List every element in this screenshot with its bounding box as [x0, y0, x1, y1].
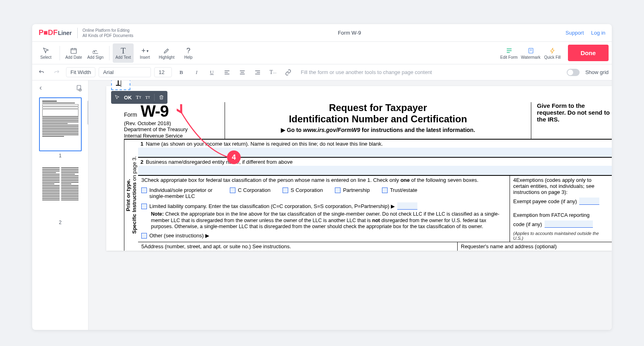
insert-tool[interactable]: +▾Insert: [134, 43, 155, 63]
context-cursor-icon[interactable]: [114, 95, 120, 100]
form-header: Form W-9 (Rev. October 2018) Department …: [124, 102, 612, 140]
document-title: Form W-9: [133, 30, 566, 36]
page-settings-icon[interactable]: [75, 84, 83, 93]
logo: P■DFLiner: [39, 29, 72, 37]
italic-button[interactable]: I: [190, 66, 202, 78]
thumbnail-2[interactable]: [39, 164, 82, 218]
font-select[interactable]: Arial: [99, 67, 151, 77]
main-toolbar: Select Add Date Add Sign TAdd Text +▾Ins…: [32, 42, 612, 64]
add-sign-tool[interactable]: Add Sign: [85, 43, 106, 63]
calendar-icon: [70, 46, 77, 55]
thumbnails-sidebar: 1 2: [32, 80, 89, 330]
grid-toggle[interactable]: [567, 69, 580, 76]
llc-classification-field[interactable]: [397, 202, 417, 210]
undo-button[interactable]: [35, 66, 47, 78]
redo-button[interactable]: [51, 66, 63, 78]
toolbar-hint: Fill the form or use another tools to ch…: [301, 69, 432, 75]
form-give-notice: Give Form to the requester. Do not send …: [531, 102, 612, 139]
thumbnail-1-label: 1: [59, 153, 62, 159]
sidebar-collapse-icon[interactable]: [38, 85, 43, 93]
quick-fill-tool[interactable]: Quick Fill: [542, 43, 563, 63]
checkbox-llc[interactable]: [141, 204, 147, 209]
watermark-icon: [527, 46, 535, 55]
thumbnail-2-label: 2: [59, 220, 62, 225]
bold-button[interactable]: B: [175, 66, 187, 78]
context-ok-button[interactable]: OK: [124, 95, 132, 101]
watermark-tool[interactable]: Watermark: [520, 43, 541, 63]
underline-button[interactable]: U: [206, 66, 218, 78]
login-link[interactable]: Log in: [591, 30, 605, 36]
plus-icon: +▾: [141, 46, 149, 55]
form-name: W-9: [140, 102, 169, 120]
checkbox-individual[interactable]: Individual/sole proprietor or single-mem…: [141, 187, 218, 199]
grid-label: Show grid: [585, 69, 609, 75]
checkbox-c-corp[interactable]: C Corporation: [230, 187, 270, 193]
highlighter-icon: [163, 46, 170, 55]
requester-section: Requester's name and address (optional): [457, 242, 612, 251]
edit-form-tool[interactable]: Edit Form: [499, 43, 520, 63]
form-title: Request for TaxpayerIdentification Numbe…: [233, 102, 523, 124]
context-trash-icon[interactable]: [159, 95, 164, 100]
text-input-overlay[interactable]: 1: [111, 80, 130, 90]
zoom-select[interactable]: Fit Width: [66, 67, 95, 77]
header-links: Support Log in: [566, 30, 605, 36]
form-note: Note: Check the appropriate box in the l…: [141, 211, 506, 232]
form-line-3: 3Check appropriate box for federal tax c…: [138, 176, 510, 242]
support-link[interactable]: Support: [566, 30, 584, 36]
svg-rect-0: [71, 49, 76, 54]
business-name-field[interactable]: [138, 166, 612, 175]
align-center-button[interactable]: [236, 66, 248, 78]
highlight-tool[interactable]: Highlight: [156, 43, 177, 63]
fatca-field[interactable]: [545, 220, 593, 228]
exempt-payee-field[interactable]: [579, 198, 599, 205]
align-left-button[interactable]: [221, 66, 233, 78]
logo-liner: Liner: [58, 30, 72, 36]
link-button[interactable]: [282, 66, 294, 78]
size-select[interactable]: 12: [154, 67, 172, 77]
app-window: P■DFLiner Online Platform for Editing Al…: [32, 24, 612, 330]
context-toolbar: OK TT TT: [111, 91, 167, 104]
form-line-2: 2Business name/disregarded entity name, …: [138, 158, 612, 176]
help-tool[interactable]: ?Help: [178, 43, 199, 63]
checkbox-s-corp[interactable]: S Corporation: [283, 187, 323, 193]
header: P■DFLiner Online Platform for Editing Al…: [32, 24, 612, 42]
logo-pdf: P■DF: [39, 29, 58, 37]
context-size-down-icon[interactable]: TT: [145, 95, 150, 100]
form-line-1: 1Name (as shown on your income tax retur…: [138, 140, 612, 158]
canvas[interactable]: 1 OK TT TT 4 Form W: [89, 80, 612, 330]
text-icon: T: [121, 46, 126, 55]
select-tool[interactable]: Select: [35, 43, 56, 63]
lightning-icon: [549, 46, 556, 55]
add-text-tool[interactable]: TAdd Text: [113, 43, 134, 63]
form-icon: [506, 46, 513, 55]
done-button[interactable]: Done: [568, 45, 609, 61]
align-right-button[interactable]: [252, 66, 264, 78]
thumbnail-1[interactable]: [39, 97, 82, 151]
form-body: Print or type. Specific Instructions on …: [124, 140, 612, 251]
tagline: Online Platform for Editing All Kinds of…: [77, 28, 133, 38]
signature-icon: [92, 46, 99, 55]
help-icon: ?: [186, 46, 190, 55]
checkbox-other[interactable]: [141, 233, 147, 239]
checkbox-partnership[interactable]: Partnership: [335, 187, 369, 193]
form-side-label: Print or type. Specific Instructions on …: [124, 140, 138, 251]
checkbox-trust[interactable]: Trust/estate: [382, 187, 417, 193]
form-line-4: 4Exemptions (codes apply only to certain…: [510, 176, 612, 242]
document-page[interactable]: 1 OK TT TT 4 Form W: [106, 86, 612, 251]
callout-badge: 4: [227, 150, 241, 164]
context-size-up-icon[interactable]: TT: [136, 94, 141, 101]
cursor-icon: [42, 46, 50, 55]
main-area: 1 2 1 OK TT TT: [32, 80, 612, 330]
format-toolbar: Fit Width Arial 12 B I U T— Fill the for…: [32, 64, 612, 80]
form-line-5: 5Address (number, street, and apt. or su…: [138, 242, 457, 251]
add-date-tool[interactable]: Add Date: [63, 43, 84, 63]
name-field[interactable]: [138, 148, 612, 157]
line-height-button[interactable]: T—: [267, 66, 279, 78]
form-goto: ▶ Go to www.irs.gov/FormW9 for instructi…: [233, 127, 523, 133]
